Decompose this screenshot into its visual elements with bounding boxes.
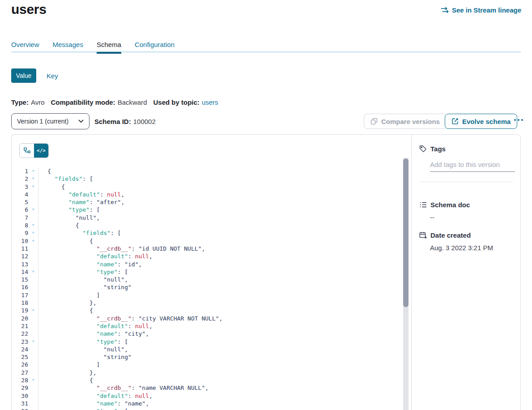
- code-text: "type": [: [38, 206, 411, 214]
- fold-toggle-icon[interactable]: ▼: [28, 376, 38, 384]
- fold-toggle-icon[interactable]: ▼: [28, 175, 38, 183]
- fold-spacer: [28, 299, 38, 307]
- code-line: 8▼ {: [12, 222, 411, 229]
- line-number: 9: [12, 229, 28, 237]
- fold-spacer: [28, 322, 38, 330]
- line-number: 12: [12, 252, 28, 260]
- tab-underline-track: [11, 51, 521, 53]
- code-scrollbar-thumb[interactable]: [403, 158, 409, 307]
- lineage-link-label: See in Stream lineage: [452, 6, 521, 14]
- date-created-section-header: Date created: [419, 231, 471, 239]
- fold-toggle-icon[interactable]: ▼: [28, 206, 38, 214]
- code-view-button[interactable]: </>: [34, 144, 48, 158]
- code-line: 30 "default": null,: [12, 392, 411, 400]
- fold-toggle-icon[interactable]: ▼: [28, 268, 38, 276]
- code-line: 25 "string": [12, 353, 411, 361]
- tags-section-title: Tags: [430, 145, 446, 153]
- tree-view-button[interactable]: [20, 144, 34, 158]
- code-text: {: [38, 183, 411, 191]
- line-number: 22: [12, 330, 28, 337]
- fold-toggle-icon[interactable]: ▼: [28, 229, 38, 237]
- key-toggle-link[interactable]: Key: [47, 72, 58, 80]
- code-text: "type": [: [38, 338, 411, 346]
- chevron-down-icon: [78, 120, 84, 123]
- topic-link[interactable]: users: [202, 98, 218, 106]
- line-number: 5: [12, 198, 28, 206]
- fold-spacer: [28, 291, 38, 299]
- code-text: "__crdb__": "id UUID NOT NULL",: [38, 245, 411, 252]
- code-text: "fields": [: [38, 175, 411, 183]
- code-line: 9▼ "fields": [: [12, 229, 411, 237]
- code-text: "name": "after",: [38, 198, 411, 206]
- code-text: "default": null,: [38, 191, 411, 198]
- fold-toggle-icon[interactable]: ▼: [28, 307, 38, 314]
- code-text: "null",: [38, 276, 411, 283]
- line-number: 32: [12, 407, 28, 410]
- code-line: 32▼ "type": [: [12, 407, 411, 410]
- fold-spacer: [28, 346, 38, 353]
- compare-versions-button[interactable]: Compare versions: [364, 114, 447, 129]
- date-created-title: Date created: [430, 231, 471, 239]
- calendar-plus-icon: [419, 231, 427, 239]
- code-line: 14▼ "type": [: [12, 268, 411, 276]
- fold-toggle-icon[interactable]: ▼: [28, 183, 38, 191]
- line-number: 25: [12, 353, 28, 361]
- version-select-value: Version 1 (current): [17, 118, 68, 125]
- code-line: 11 "__crdb__": "id UUID NOT NULL",: [12, 245, 411, 252]
- version-select[interactable]: Version 1 (current): [11, 113, 89, 129]
- code-text: "name": "id",: [38, 261, 411, 268]
- fold-toggle-icon[interactable]: ▼: [28, 338, 38, 346]
- line-number: 24: [12, 346, 28, 353]
- code-line: 22 "name": "city",: [12, 330, 411, 337]
- evolve-schema-button[interactable]: Evolve schema: [445, 114, 517, 129]
- line-number: 18: [12, 299, 28, 307]
- code-line: 3▼ {: [12, 183, 411, 191]
- code-line: 16 "string": [12, 283, 411, 291]
- line-number: 7: [12, 214, 28, 222]
- code-line: 24 "null",: [12, 346, 411, 353]
- code-line: 13 "name": "id",: [12, 261, 411, 268]
- schema-json-editor[interactable]: 1▼{2▼ "fields": [3▼ {4 "default": null,5…: [12, 167, 411, 410]
- fold-spacer: [28, 315, 38, 322]
- add-tags-input[interactable]: [430, 160, 515, 172]
- fold-toggle-icon[interactable]: ▼: [28, 237, 38, 245]
- line-number: 17: [12, 291, 28, 299]
- schema-detail-panel: </> 1▼{2▼ "fields": [3▼ {4 "default": nu…: [11, 134, 521, 410]
- sidebar-divider: [420, 182, 513, 182]
- fold-toggle-icon[interactable]: ▼: [28, 222, 38, 229]
- code-scrollbar[interactable]: [403, 158, 409, 410]
- fold-toggle-icon[interactable]: ▼: [28, 407, 38, 410]
- code-line: 27 },: [12, 369, 411, 376]
- code-text: {: [38, 307, 411, 314]
- schema-meta-row: Type:Avro Compatibility mode:Backward Us…: [11, 98, 218, 106]
- code-text: "type": [: [38, 268, 411, 276]
- line-number: 20: [12, 315, 28, 322]
- code-line: 15 "null",: [12, 276, 411, 283]
- schema-page: users See in Stream lineage Overview Mes…: [0, 0, 532, 410]
- code-text: {: [38, 222, 411, 229]
- line-number: 30: [12, 392, 28, 400]
- stream-lineage-icon: [441, 7, 449, 13]
- code-line: 2▼ "fields": [: [12, 175, 411, 183]
- more-options-button[interactable]: [512, 117, 525, 123]
- code-text: "fields": [: [38, 229, 411, 237]
- fold-spacer: [28, 261, 38, 268]
- schema-id-label: Schema ID:: [94, 118, 131, 125]
- code-line: 10▼ {: [12, 237, 411, 245]
- fold-spacer: [28, 361, 38, 368]
- code-line: 12 "default": null,: [12, 252, 411, 260]
- code-text: ]: [38, 361, 411, 368]
- fold-spacer: [28, 198, 38, 206]
- line-number: 19: [12, 307, 28, 314]
- compare-icon: [370, 118, 378, 125]
- code-line: 1▼{: [12, 167, 411, 175]
- value-toggle-button[interactable]: Value: [11, 68, 36, 83]
- fold-spacer: [28, 252, 38, 260]
- code-text: {: [38, 237, 411, 245]
- code-text: {: [38, 376, 411, 384]
- code-text: },: [38, 299, 411, 307]
- see-in-stream-lineage-link[interactable]: See in Stream lineage: [441, 6, 521, 14]
- line-number: 1: [12, 167, 28, 175]
- line-number: 31: [12, 400, 28, 407]
- fold-toggle-icon[interactable]: ▼: [28, 167, 38, 175]
